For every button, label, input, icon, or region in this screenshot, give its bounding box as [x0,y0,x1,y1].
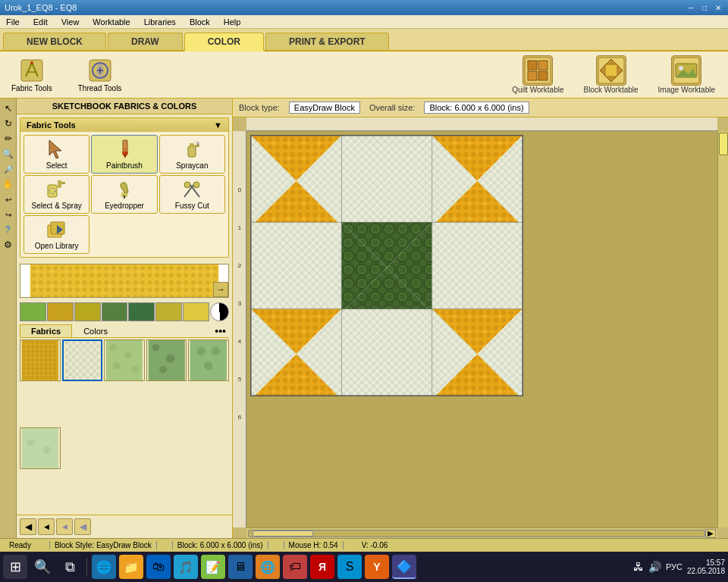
scroll-small-left-btn[interactable]: ◀ [38,518,55,535]
thread-tools-button[interactable]: Thread Tools [73,54,127,95]
svg-point-70 [204,361,213,371]
fabric-item-2[interactable] [62,340,103,381]
block-worktable-button[interactable]: Block Worktable [577,52,645,97]
menu-worktable[interactable]: Worktable [89,17,133,27]
scroll-left-btn[interactable]: ◀ [20,518,36,535]
tool-arrow[interactable]: ↖ [2,102,15,115]
color-swatch-6[interactable] [155,302,182,321]
tool-select-spray-label: Select & Spray [32,202,82,210]
menu-view[interactable]: View [58,17,83,27]
menu-block[interactable]: Block [187,17,213,27]
taskbar-edge[interactable]: 🌐 [92,555,116,579]
scrollbar-horizontal[interactable]: ▶ [246,527,717,538]
taskbar-yandex[interactable]: Я [310,555,334,579]
task-view-button[interactable]: ⧉ [58,555,82,579]
tool-paintbrush[interactable]: Paintbrush [91,135,157,174]
tool-info[interactable]: ? [2,223,15,236]
taskbar-eq8[interactable]: 🔷 [392,555,416,579]
tool-rotate[interactable]: ↻ [2,117,15,130]
tool-undo[interactable]: ↩ [2,192,15,206]
toolbar-right: Quilt Worktable Block Worktable [505,52,722,97]
tab-print-export[interactable]: PRINT & EXPORT [265,33,389,50]
taskbar-skype[interactable]: S [337,555,362,579]
color-swatch-bw[interactable] [210,302,229,321]
select-icon [45,139,69,160]
block-worktable-icon [596,55,626,86]
minimize-btn[interactable]: ─ [686,2,696,13]
taskbar-media[interactable]: 🎵 [174,555,198,579]
color-swatch-2[interactable] [47,302,74,321]
svg-rect-47 [30,264,218,297]
tool-settings[interactable]: ⚙ [2,238,15,252]
taskbar-app2[interactable]: Y [365,555,389,579]
menu-file[interactable]: File [3,17,23,27]
tab-draw[interactable]: DRAW [108,33,183,50]
menu-libraries[interactable]: Libraries [141,17,179,27]
scrollbar-vertical[interactable] [717,131,728,527]
menubar: File Edit View Worktable Libraries Block… [0,15,728,29]
color-swatch-4[interactable] [102,302,128,321]
menu-edit[interactable]: Edit [30,17,51,27]
tool-pencil[interactable]: ✏ [2,132,15,146]
quilt-worktable-icon [522,55,553,86]
left-icon-panel: ↖ ↻ ✏ 🔍 🔎 ✋ ↩ ↪ ? ⚙ [0,99,17,538]
tray-lang: РУС [666,562,682,571]
taskbar-browser[interactable]: 🌐 [256,555,280,579]
fabric-item-5[interactable] [188,340,229,381]
tool-redo[interactable]: ↪ [2,208,15,221]
fabric-item-6[interactable] [20,427,61,469]
tool-spraycan[interactable]: Spraycan [159,135,225,174]
scroll-small-right-btn[interactable]: ◀ [56,518,73,535]
tool-open-library[interactable]: Open Library [24,215,89,254]
block-type-bar: Block type: EasyDraw Block Overall size:… [233,99,728,117]
svg-rect-7 [528,71,537,80]
tray-volume[interactable]: 🔊 [648,561,661,573]
taskbar-app1[interactable]: 🏷 [283,555,307,579]
scroll-right-arrow[interactable]: ▶ [705,529,716,538]
taskbar-screen[interactable]: 🖥 [228,555,253,579]
tab-fabrics[interactable]: Fabrics [20,324,72,337]
taskbar-explorer[interactable]: 📁 [119,555,143,579]
fabric-item-4[interactable] [146,340,187,381]
scroll-right-btn[interactable]: ◀ [74,518,91,535]
start-button[interactable]: ⊞ [3,555,27,579]
tool-fussy-cut[interactable]: Fussy Cut [159,175,225,214]
tool-hand[interactable]: ✋ [2,177,15,191]
image-worktable-button[interactable]: Image Worktable [651,52,722,97]
tool-eyedropper[interactable]: Eyedropper [91,175,157,214]
taskbar-separator-1 [86,558,87,576]
status-ready: Ready [6,541,34,549]
color-swatch-7[interactable] [183,302,209,321]
fabric-item-3[interactable] [104,340,145,381]
quilt-worktable-button[interactable]: Quilt Worktable [505,52,570,97]
close-btn[interactable]: ✕ [713,2,723,13]
tab-new-block[interactable]: NEW BLOCK [3,33,106,50]
tool-zoom-out[interactable]: 🔎 [2,162,15,176]
svg-rect-8 [538,71,548,80]
search-button[interactable]: 🔍 [30,555,55,579]
taskbar-store[interactable]: 🛍 [146,555,171,579]
swatch-scroll-arrow[interactable]: → [213,282,228,297]
fabric-tools-header[interactable]: Fabric Tools ▼ [20,118,228,132]
tab-color[interactable]: COLOR [184,33,264,52]
color-swatch-1[interactable] [20,302,46,321]
tool-zoom-in[interactable]: 🔍 [2,147,15,161]
tab-colors[interactable]: Colors [72,324,119,337]
tab-options-dots[interactable]: ••• [212,325,229,337]
taskbar-clock[interactable]: 15:57 22.05.2018 [687,559,725,575]
tool-select-spray[interactable]: Select & Spray [24,175,89,214]
tray-network[interactable]: 🖧 [633,561,644,573]
svg-point-59 [110,344,118,352]
svg-rect-71 [22,428,58,468]
tool-select[interactable]: Select [24,135,89,174]
fabric-tools-button[interactable]: Fabric Tools [6,54,58,95]
color-swatch-5[interactable] [128,302,155,321]
fabric-tools-collapse-icon: ▼ [214,120,222,130]
menu-help[interactable]: Help [221,17,244,27]
maximize-btn[interactable]: □ [699,2,710,13]
taskbar-notepad[interactable]: 📝 [201,555,225,579]
fabric-item-1[interactable] [20,340,61,381]
color-swatch-3[interactable] [74,302,101,321]
status-block-size: Block: 6.000 x 6.000 (ins) [172,541,268,549]
block-worktable-label: Block Worktable [584,86,639,94]
